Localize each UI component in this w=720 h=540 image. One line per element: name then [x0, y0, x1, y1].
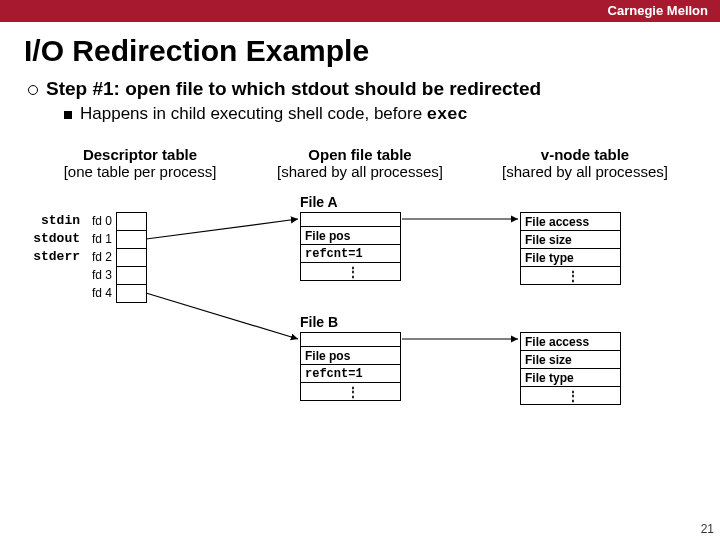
svg-line-1 [146, 293, 298, 339]
vnode-a-box: File access File size File type ⋮ [520, 212, 621, 285]
vna-dots: ⋮ [521, 267, 621, 285]
fileb-dots: ⋮ [301, 383, 401, 401]
filea-box: File pos refcnt=1 ⋮ [300, 212, 401, 281]
filea-label: File A [300, 194, 338, 210]
fd-numbers: fd 0 fd 1 fd 2 fd 3 fd 4 [86, 212, 112, 302]
fd4: fd 4 [86, 284, 112, 302]
h2-title: Open file table [250, 146, 470, 163]
fd3: fd 3 [86, 266, 112, 284]
h3-title: v-node table [480, 146, 690, 163]
vnb-size: File size [521, 351, 621, 369]
filea-ref: refcnt=1 [301, 245, 401, 263]
filea-pos: File pos [301, 227, 401, 245]
vna-type: File type [521, 249, 621, 267]
brand-bar: Carnegie Mellon [0, 0, 720, 22]
vna-size: File size [521, 231, 621, 249]
vnb-access: File access [521, 333, 621, 351]
bullet2-text: Happens in child executing shell code, b… [80, 104, 427, 123]
fileb-box: File pos refcnt=1 ⋮ [300, 332, 401, 401]
vna-access: File access [521, 213, 621, 231]
fd0: fd 0 [86, 212, 112, 230]
header-descriptor: Descriptor table[one table per process] [40, 146, 240, 180]
fileb-label: File B [300, 314, 338, 330]
fd2: fd 2 [86, 248, 112, 266]
h1-title: Descriptor table [40, 146, 240, 163]
h2-sub: [shared by all processes] [250, 163, 470, 180]
brand-text: Carnegie Mellon [608, 3, 708, 18]
header-openfile: Open file table[shared by all processes] [250, 146, 470, 180]
bullet-list: Step #1: open file to which stdout shoul… [28, 78, 720, 124]
bullet1-text: Step #1: open file to which stdout shoul… [46, 78, 541, 99]
page-number: 21 [701, 522, 714, 536]
header-vnode: v-node table[shared by all processes] [480, 146, 690, 180]
bullet-level1: Step #1: open file to which stdout shoul… [28, 78, 720, 100]
fileb-ref: refcnt=1 [301, 365, 401, 383]
stderr-label: stderr [28, 248, 80, 266]
vnb-type: File type [521, 369, 621, 387]
descriptor-table [116, 212, 147, 303]
column-headers: Descriptor table[one table per process] … [0, 146, 720, 180]
fileb-pos: File pos [301, 347, 401, 365]
fd1: fd 1 [86, 230, 112, 248]
bullet-level2: Happens in child executing shell code, b… [64, 104, 720, 124]
vnb-dots: ⋮ [521, 387, 621, 405]
fd-stream-labels: stdin stdout stderr [28, 212, 80, 266]
filea-dots: ⋮ [301, 263, 401, 281]
svg-line-0 [146, 219, 298, 239]
stdout-label: stdout [28, 230, 80, 248]
slide-title: I/O Redirection Example [24, 34, 696, 68]
square-bullet-icon [64, 111, 72, 119]
circle-bullet-icon [28, 85, 38, 95]
h1-sub: [one table per process] [40, 163, 240, 180]
bullet2-code: exec [427, 105, 468, 124]
h3-sub: [shared by all processes] [480, 163, 690, 180]
diagram: stdin stdout stderr fd 0 fd 1 fd 2 fd 3 … [0, 194, 720, 454]
vnode-b-box: File access File size File type ⋮ [520, 332, 621, 405]
stdin-label: stdin [28, 212, 80, 230]
